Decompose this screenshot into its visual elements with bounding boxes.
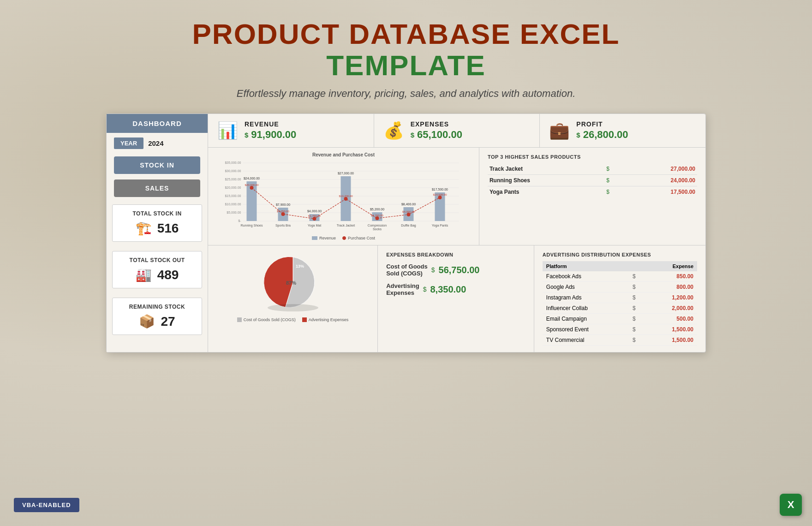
- adv-dollar: $: [629, 293, 647, 303]
- product-name: Yoga Pants: [488, 186, 604, 198]
- expenses-breakdown-panel: EXPENSES BREAKDOWN Cost of GoodsSold (CO…: [378, 245, 534, 352]
- svg-point-52: [268, 304, 318, 311]
- adv-platform: Sponsored Event: [543, 324, 629, 335]
- svg-text:$25,000.00: $25,000.00: [225, 178, 241, 181]
- svg-text:Duffle Bag: Duffle Bag: [401, 224, 416, 227]
- dashboard-container: DASHBOARD YEAR 2024 STOCK IN SALES TOTAL…: [106, 114, 706, 353]
- top-products-title: TOP 3 HIGHEST SALES PRODUCTS: [488, 154, 697, 160]
- revenue-chart-title: Revenue and Purchase Cost: [215, 152, 472, 157]
- svg-text:$4,000.00: $4,000.00: [307, 209, 322, 213]
- svg-text:$14,500.00: $14,500.00: [433, 193, 447, 196]
- adv-expenses-dollar: $: [423, 286, 427, 293]
- adv-platform: Influencer Collab: [543, 303, 629, 314]
- total-stock-out-value: 489: [157, 268, 179, 282]
- total-stock-in-value: 516: [157, 221, 179, 236]
- remaining-stock-label: REMAINING STOCK: [119, 304, 195, 310]
- remaining-stock-box: REMAINING STOCK 📦 27: [112, 298, 202, 335]
- sales-button[interactable]: SALES: [114, 179, 200, 197]
- svg-text:$20,000.00: $20,000.00: [225, 186, 241, 189]
- adv-dollar: $: [629, 303, 647, 314]
- expenses-label: EXPENSES: [411, 120, 462, 128]
- left-panel: DASHBOARD YEAR 2024 STOCK IN SALES TOTAL…: [107, 114, 208, 352]
- product-dollar: $: [604, 175, 622, 186]
- expenses-pie-chart: 87% 13%: [251, 250, 334, 315]
- svg-text:$-: $-: [238, 219, 241, 222]
- expenses-dollar: $: [411, 131, 414, 139]
- product-dollar: $: [604, 186, 622, 198]
- adv-platform: Google Ads: [543, 282, 629, 293]
- total-stock-out-box: TOTAL STOCK OUT 🏭 489: [112, 251, 202, 288]
- expenses-value: 65,100.00: [417, 129, 462, 141]
- revenue-dollar: $: [245, 131, 248, 139]
- stock-in-icon: 🏗️: [136, 221, 152, 236]
- svg-text:87%: 87%: [286, 280, 296, 286]
- product-dollar: $: [604, 163, 622, 175]
- adv-platform: Facebook Ads: [543, 271, 629, 282]
- svg-text:$4,350.00: $4,350.00: [277, 210, 289, 213]
- adv-table-row: Facebook Ads $ 850.00: [543, 271, 697, 282]
- adv-dollar: $: [629, 324, 647, 335]
- adv-platform: Email Campaign: [543, 314, 629, 324]
- pie-chart-panel: 87% 13% Cost of Goods Sold (COGS) Advert…: [208, 245, 378, 352]
- svg-text:Yoga Mat: Yoga Mat: [308, 224, 321, 227]
- svg-text:$10,000.00: $10,000.00: [225, 203, 241, 206]
- adv-value: 850.00: [647, 271, 697, 282]
- adv-value: 500.00: [647, 314, 697, 324]
- svg-text:Socks: Socks: [373, 227, 382, 231]
- top-products-panel: TOP 3 HIGHEST SALES PRODUCTS Track Jacke…: [479, 148, 705, 245]
- total-stock-in-box: TOTAL STOCK IN 🏗️ 516: [112, 204, 202, 242]
- svg-text:$24,000.00: $24,000.00: [244, 177, 260, 180]
- profit-label: PROFIT: [576, 120, 628, 128]
- product-value: 27,000.00: [622, 163, 697, 175]
- adv-table-row: Instagram Ads $ 1,200.00: [543, 293, 697, 303]
- svg-text:$20,000.00: $20,000.00: [245, 184, 259, 186]
- pie-legend-cogs: Cost of Goods Sold (COGS): [244, 317, 296, 322]
- revenue-chart-panel: Revenue and Purchase Cost $35,000.00 $30…: [208, 148, 479, 245]
- svg-text:Yoga Pants: Yoga Pants: [432, 224, 448, 227]
- adv-platform: TV Commercial: [543, 335, 629, 346]
- total-stock-out-label: TOTAL STOCK OUT: [119, 257, 195, 263]
- stock-out-icon: 🏭: [136, 267, 152, 282]
- top-metrics-row: 📊 REVENUE $ 91,900.00 💰 EXPENSES $ 65,10…: [208, 114, 705, 148]
- revenue-value: 91,900.00: [251, 129, 296, 141]
- legend-cost: Purchase Cost: [348, 236, 375, 240]
- svg-text:Running Shoes: Running Shoes: [241, 224, 263, 227]
- profit-dollar: $: [576, 131, 580, 139]
- product-name: Running Shoes: [488, 175, 604, 186]
- svg-text:Sports Bra: Sports Bra: [275, 224, 291, 227]
- total-stock-in-label: TOTAL STOCK IN: [119, 210, 195, 217]
- page-title-line1: PRODUCT DATABASE EXCEL: [192, 18, 620, 50]
- adv-table-row: Sponsored Event $ 1,500.00: [543, 324, 697, 335]
- remaining-stock-value: 27: [161, 314, 175, 329]
- dashboard-title: DASHBOARD: [107, 114, 208, 133]
- adv-dollar: $: [629, 314, 647, 324]
- svg-text:Compression: Compression: [368, 224, 387, 227]
- year-label: YEAR: [114, 137, 143, 149]
- adv-value: 1,500.00: [647, 324, 697, 335]
- col-platform: Platform: [543, 261, 629, 271]
- svg-text:$5,200.00: $5,200.00: [370, 208, 384, 211]
- expenses-icon: 💰: [383, 121, 404, 140]
- page-title-line2: TEMPLATE: [326, 50, 486, 81]
- adv-distribution-panel: ADVERTISING DISTRIBUTION EXPENSES Platfo…: [534, 245, 705, 352]
- svg-text:$15,000.00: $15,000.00: [225, 194, 241, 197]
- product-value: 17,500.00: [622, 186, 697, 198]
- vba-badge: VBA-ENABLED: [14, 498, 79, 512]
- svg-text:13%: 13%: [296, 264, 304, 269]
- expenses-block: 💰 EXPENSES $ 65,100.00: [374, 114, 540, 147]
- adv-table-row: Email Campaign $ 500.00: [543, 314, 697, 324]
- svg-text:$17,500.00: $17,500.00: [432, 188, 448, 191]
- expenses-breakdown-title: EXPENSES BREAKDOWN: [386, 252, 525, 257]
- revenue-icon: 📊: [217, 121, 238, 140]
- cogs-dollar: $: [431, 266, 435, 274]
- adv-dollar: $: [629, 271, 647, 282]
- legend-revenue: Revenue: [319, 236, 336, 240]
- pie-legend-adv: Advertising Expenses: [309, 317, 349, 322]
- adv-table-row: TV Commercial $ 1,500.00: [543, 335, 697, 346]
- revenue-block: 📊 REVENUE $ 91,900.00: [208, 114, 374, 147]
- adv-table-row: Influencer Collab $ 2,000.00: [543, 303, 697, 314]
- adv-value: 800.00: [647, 282, 697, 293]
- adv-table-row: Google Ads $ 800.00: [543, 282, 697, 293]
- product-value: 24,000.00: [622, 175, 697, 186]
- stock-in-button[interactable]: STOCK IN: [114, 156, 200, 174]
